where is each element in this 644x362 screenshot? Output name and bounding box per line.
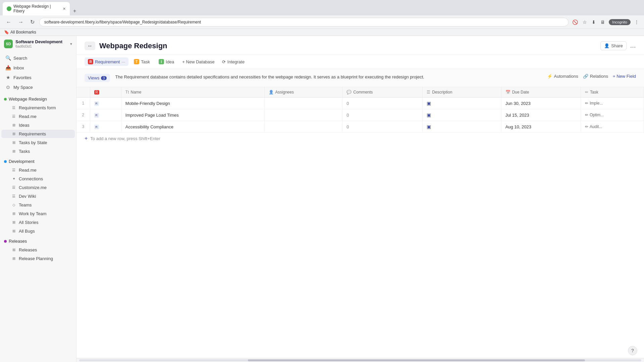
col-description[interactable]: ☰Description: [423, 87, 501, 98]
new-tab-button[interactable]: +: [70, 7, 79, 15]
more-options-button[interactable]: …: [630, 42, 636, 49]
search-label: Search: [13, 56, 27, 61]
chrome-menu-icon[interactable]: ⋮: [633, 18, 640, 26]
views-button[interactable]: Views 3: [85, 74, 110, 82]
sidebar-item-all-bugs[interactable]: ⊞ All Bugs: [1, 227, 75, 235]
cell-row-num: 3: [76, 121, 90, 133]
sidebar-item-search[interactable]: 🔍 Search: [1, 53, 75, 63]
scrollbar-track[interactable]: [79, 359, 641, 361]
section-header-releases[interactable]: Releases: [0, 237, 76, 245]
cell-description: ▣: [423, 109, 501, 121]
cell-name[interactable]: Improved Page Load Times: [121, 109, 264, 121]
idea-tab-label: Idea: [166, 59, 174, 64]
forward-button[interactable]: →: [16, 18, 25, 26]
automations-button[interactable]: ⚡ Automations: [547, 74, 578, 79]
customize-me-icon: ☰: [11, 185, 16, 190]
col-assignees[interactable]: 👤Assignees: [264, 87, 342, 98]
sidebar-item-customize-me[interactable]: ☰ Customize.me: [1, 183, 75, 192]
sidebar-item-read-me-dev[interactable]: ☰ Read.me: [1, 166, 75, 174]
toolbar-right: 🚫 ☆ ⬇ 🖥 Incognito ⋮: [571, 18, 640, 26]
col-name[interactable]: TtName: [121, 87, 264, 98]
relations-button[interactable]: 🔗 Relations: [583, 74, 608, 79]
col-due-date[interactable]: 📅Due Date: [501, 87, 581, 98]
sidebar-item-inbox[interactable]: 📥 Inbox: [1, 63, 75, 72]
all-stories-icon: ⊞: [11, 220, 16, 225]
horizontal-scrollbar[interactable]: [76, 358, 644, 362]
new-field-button[interactable]: + New Field: [613, 74, 636, 79]
refresh-button[interactable]: ↻: [28, 17, 37, 26]
requirements-table: R TtName 👤Assignees 💬Comments: [76, 87, 644, 133]
integrate-label: Integrate: [227, 59, 245, 64]
cell-task[interactable]: ✏Imple...: [581, 98, 644, 109]
tab-requirement[interactable]: R Requirement ···: [85, 57, 128, 66]
tab-idea[interactable]: I Idea: [155, 57, 177, 66]
cell-task[interactable]: ✏Audit...: [581, 121, 644, 133]
share-button[interactable]: 👤 Share: [600, 41, 627, 50]
integrate-icon: ⟳: [222, 59, 226, 64]
help-button[interactable]: ?: [628, 346, 637, 355]
cell-name[interactable]: Mobile-Friendly Design: [121, 98, 264, 109]
sidebar-item-releases[interactable]: ⊞ Releases: [1, 246, 75, 254]
download-icon[interactable]: ⬇: [591, 18, 597, 26]
address-bar[interactable]: [39, 18, 569, 26]
browser-chrome: Webpage Redesign | Fibery ✕ + ← → ↻ 🚫 ☆ …: [0, 0, 644, 36]
cell-assignees: [264, 98, 342, 109]
section-label-dev: Development: [9, 159, 35, 164]
sidebar-item-work-by-team[interactable]: ⊞ Work by Team: [1, 209, 75, 218]
section-label-webpage: Webpage Redesign: [9, 97, 47, 102]
sidebar-item-dev-wiki[interactable]: ☰ Dev Wiki: [1, 192, 75, 200]
cell-due-date: Jun 30, 2023: [501, 98, 581, 109]
active-tab[interactable]: Webpage Redesign | Fibery ✕: [3, 2, 70, 15]
cell-task[interactable]: ✏Optim...: [581, 109, 644, 121]
sidebar-item-ideas[interactable]: ⊞ Ideas: [1, 121, 75, 129]
main-content: ↔ Webpage Redesign 👤 Share … R Requireme…: [76, 36, 644, 362]
section-header-development[interactable]: Development: [0, 157, 76, 166]
cell-name[interactable]: Accessibility Compliance: [121, 121, 264, 133]
table-header-row: R TtName 👤Assignees 💬Comments: [76, 87, 644, 98]
scrollbar-thumb[interactable]: [248, 359, 585, 361]
idea-tab-icon: I: [159, 59, 164, 64]
sidebar-item-my-space[interactable]: ⊙ My Space: [1, 82, 75, 92]
views-count: 3: [101, 76, 106, 80]
tasks-by-state-icon: ⊞: [11, 140, 16, 145]
sidebar-item-teams[interactable]: ◇ Teams: [1, 201, 75, 209]
sidebar-item-requirements-form[interactable]: ☰ Requirements form: [1, 104, 75, 112]
requirements-icon: ⊞: [11, 132, 16, 136]
teams-icon: ◇: [11, 203, 16, 207]
sidebar-item-favorites[interactable]: ★ Favorites: [1, 73, 75, 82]
col-task[interactable]: ✏Task: [581, 87, 644, 98]
bookmark-star-icon[interactable]: ☆: [582, 18, 588, 26]
cast-icon[interactable]: 🖥: [599, 18, 606, 26]
sidebar-item-all-stories[interactable]: ⊞ All Stories: [1, 218, 75, 227]
sidebar-item-tasks-by-state[interactable]: ⊞ Tasks by State: [1, 138, 75, 147]
requirement-tab-more[interactable]: ···: [121, 59, 125, 64]
sidebar-item-tasks-wp[interactable]: ⊞ Tasks: [1, 147, 75, 156]
cell-comments: 0: [342, 121, 423, 133]
all-bugs-icon: ⊞: [11, 229, 16, 234]
tab-close-button[interactable]: ✕: [63, 7, 66, 11]
description-actions: ⚡ Automations 🔗 Relations + New Field: [547, 74, 636, 79]
incognito-button[interactable]: Incognito: [609, 19, 631, 25]
page-title: Webpage Redesign: [99, 42, 167, 50]
workspace-header[interactable]: SD Software Development 6ad8d3d1 ▾: [0, 36, 76, 52]
tab-task[interactable]: T Task: [130, 57, 153, 66]
connections-label: Connections: [19, 176, 43, 181]
integrate-button[interactable]: ⟳ Integrate: [219, 58, 247, 66]
back-button[interactable]: ←: [4, 18, 13, 26]
release-planning-label: Release Planning: [19, 256, 53, 261]
dev-wiki-icon: ☰: [11, 194, 16, 199]
ideas-icon: ⊞: [11, 123, 16, 128]
back-navigate-button[interactable]: ↔: [85, 42, 95, 50]
add-row-hint[interactable]: + To add a new row, press Shift+Enter: [76, 133, 644, 144]
sidebar-item-requirements[interactable]: ⊞ Requirements ···: [1, 130, 75, 138]
sidebar-item-read-me-wp[interactable]: ☰ Read.me: [1, 112, 75, 121]
new-database-button[interactable]: + New Database: [179, 58, 217, 66]
sidebar-item-release-planning[interactable]: ⊞ Release Planning: [1, 254, 75, 263]
task-tab-label: Task: [141, 59, 150, 64]
section-header-webpage-redesign[interactable]: Webpage Redesign: [0, 95, 76, 103]
sidebar-item-connections[interactable]: ✦ Connections: [1, 175, 75, 183]
share-icon: 👤: [604, 43, 609, 48]
sidebar-nav: 🔍 Search 📥 Inbox ★ Favorites ⊙ My Space: [0, 52, 76, 94]
section-dot-dev: [4, 160, 7, 163]
col-comments[interactable]: 💬Comments: [342, 87, 423, 98]
